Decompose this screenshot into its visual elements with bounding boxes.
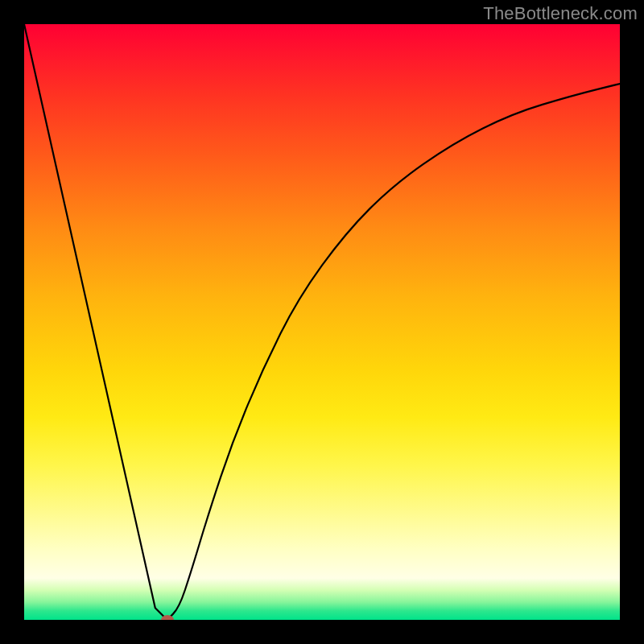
curve-line xyxy=(24,24,620,620)
vertex-marker-icon xyxy=(161,615,174,620)
chart-frame: TheBottleneck.com xyxy=(0,0,644,644)
plot-area xyxy=(24,24,620,620)
watermark-text: TheBottleneck.com xyxy=(483,3,638,24)
